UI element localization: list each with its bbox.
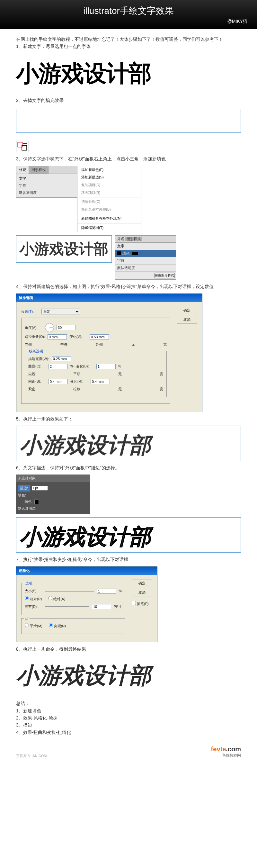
cancel-button[interactable]: 取消	[177, 316, 197, 323]
absolute-radio[interactable]: 绝对(A)	[48, 596, 65, 602]
summary-1: 1、新建填色	[16, 707, 241, 714]
setting-select[interactable]: 自定	[41, 309, 80, 314]
summary-4: 4、效果-扭曲和变换-粗糙化	[16, 729, 241, 736]
tab-graphic-styles[interactable]: 图形样式	[29, 166, 49, 174]
summary-3: 3、描边	[16, 721, 241, 728]
menu-remove[interactable]: 移去项目(R)	[77, 189, 141, 197]
roughen-dialog: 粗糙化 选项 大小(S): % 相对(R) 绝对(A)	[16, 566, 157, 642]
width-input[interactable]	[52, 356, 71, 361]
main-fieldset: 角度(A): 路径重叠(O): 变化(V): 内侧 中央 外侧	[21, 318, 170, 403]
step7-label: 7、执行"效果-扭曲和变换-粗糙化"命令，出现以下对话框	[16, 556, 241, 563]
lbl-center: 中央	[60, 342, 67, 347]
tab-styles-2[interactable]: 图形样式	[125, 237, 142, 241]
lbl-none3: 无	[118, 386, 122, 392]
lbl-none2: 无	[118, 371, 122, 377]
curve-var-input[interactable]	[96, 364, 116, 369]
dialog-title: 涂抹选项	[17, 294, 202, 302]
item-char[interactable]: 字符	[18, 182, 75, 189]
pf-fieldset: pf 平滑(M) 尖锐(N)	[21, 618, 125, 634]
angle-label: 角度(A):	[25, 325, 42, 331]
angle-dial-icon[interactable]	[45, 323, 54, 332]
summary-2: 2、效果-风格化-涂抹	[16, 714, 241, 721]
ok-button-2[interactable]: 确定	[132, 580, 152, 587]
options-legend: 选项	[24, 581, 34, 586]
menu-clear[interactable]: 清除外观(C)	[77, 198, 141, 206]
row-fill[interactable]: 填色:	[115, 250, 176, 257]
tab-appearance-2[interactable]: 外观	[117, 237, 124, 241]
lbl-inside: 内侧	[25, 342, 32, 347]
stroke-width-input[interactable]	[32, 486, 48, 491]
size-input[interactable]	[97, 589, 116, 594]
step4-label: 4、保持对新建填色的选择，如上图，执行"效果-风格化-涂抹"菜单命令，出现以下对…	[16, 283, 241, 290]
opacity-row[interactable]: 默认透明度	[18, 506, 88, 512]
brand-suffix: .com	[226, 745, 241, 752]
intro-text: 在网上找的手绘文字的教程，不过原帖地址忘记了！大体步骤如下了！数值可调整，同学们…	[16, 36, 241, 43]
angle-input[interactable]	[57, 325, 76, 330]
panel-menu-row: 外观 图形样式 文字 字符 默认透明度 添加新填色(F) 添加新描边(S) 复制…	[16, 166, 241, 232]
lbl-outside: 外侧	[96, 342, 103, 347]
lbl-none: 无	[131, 342, 135, 347]
page-title: illustrator手绘文字效果	[0, 5, 257, 17]
lbl-tight: 紧密	[28, 386, 35, 392]
appearance-panel: 外观 图形样式 文字 字符 默认透明度	[16, 166, 77, 198]
preview-checkbox[interactable]: 预览(P)	[132, 601, 152, 607]
corner-radio[interactable]: 尖锐(N)	[49, 623, 66, 629]
step6-label: 6、为文字描边，保持对"外观"面板中"描边"的选择。	[16, 464, 241, 471]
step2-label: 2、去掉文字的填充效果	[16, 97, 241, 104]
item-text[interactable]: 文字	[18, 175, 75, 182]
content-area: 在网上找的手绘文字的教程，不过原帖地址忘记了！大体步骤如下了！数值可调整，同学们…	[0, 29, 257, 742]
curve-input[interactable]	[49, 364, 68, 369]
detail-input[interactable]	[92, 604, 111, 609]
step5-label: 5、执行上一步的效果如下：	[16, 415, 241, 423]
width-label: 描边宽度(W):	[28, 356, 49, 362]
space-var-input[interactable]	[91, 379, 110, 384]
tab-appearance[interactable]: 外观	[17, 166, 29, 174]
sample-text-bold: 小游戏设计部	[16, 55, 241, 92]
swap-fill-stroke-icon	[16, 141, 29, 152]
lbl-sharp: 尖锐	[28, 371, 35, 377]
cancel-button-2[interactable]: 取消	[132, 589, 152, 596]
empty-selection-box	[16, 108, 241, 133]
row-opacity[interactable]: 默认透明度	[115, 265, 176, 272]
lbl-wide2: 宽	[160, 371, 163, 377]
flyout-menu: 添加新填色(F) 添加新描边(S) 复制项目(D) 移去项目(R) 清除外观(C…	[77, 166, 141, 232]
line-fieldset: 线条选项 描边宽度(W): 曲度(C): % 变化(B): %	[25, 351, 167, 397]
row-char[interactable]: 字符	[115, 257, 176, 265]
menu-new-basic[interactable]: 新建图稿具有基本外观(N)	[77, 215, 141, 222]
offset-input[interactable]	[47, 334, 67, 340]
menu-hide-thumb[interactable]: 隐藏缩览图(T)	[77, 224, 141, 232]
curve-var-label: 变化(B):	[76, 364, 94, 369]
offset-label: 路径重叠(O):	[25, 334, 45, 340]
step3-label: 3、保持文字选中状态下，在"外观"面板右上角上，点击小三角，添加新填色	[16, 155, 241, 162]
stroke-result: 小游戏设计部	[16, 517, 241, 553]
stroke-row[interactable]: 描边:	[18, 485, 30, 492]
smooth-radio[interactable]: 平滑(M)	[25, 623, 42, 629]
scribble-dialog: 涂抹选项 设置(T): 自定 角度(A): 路径重叠(O): 变化	[16, 293, 202, 412]
fill-row[interactable]: 填色:	[18, 493, 88, 498]
lbl-loose: 松散	[73, 386, 80, 392]
item-opacity[interactable]: 默认透明度	[18, 189, 75, 196]
color-label: 颜色:	[24, 499, 32, 505]
space-input[interactable]	[49, 379, 68, 384]
menu-add-stroke[interactable]: 添加新描边(S)	[77, 174, 141, 181]
relative-radio[interactable]: 相对(R)	[25, 596, 42, 602]
menu-add-fill[interactable]: 添加新填色(F)	[77, 166, 141, 174]
lbl-wide3: 宽	[160, 386, 163, 392]
summary-title: 总结：	[16, 700, 241, 707]
lbl-wide: 宽	[163, 342, 167, 347]
menu-duplicate[interactable]: 复制项目(D)	[77, 181, 141, 189]
page-footer: 三联原 3LIAN.COM fevte.com 飞特教程网	[0, 742, 257, 765]
brand-name: fevte	[211, 745, 226, 752]
replace-style-button[interactable]: 替换图形样式	[154, 273, 175, 278]
menu-reduce[interactable]: 简化至基本外观(B)	[77, 206, 141, 214]
summary-block: 总结： 1、新建填色 2、效果-风格化-涂抹 3、描边 4、效果-扭曲和变换-粗…	[16, 700, 241, 736]
options-fieldset: 选项 大小(S): % 相对(R) 绝对(A) 细节(D):	[21, 583, 125, 615]
page-header: illustrator手绘文字效果 @MIKY猫	[0, 0, 257, 29]
row-text[interactable]: 文字	[115, 243, 176, 250]
ok-button[interactable]: 确定	[177, 307, 197, 314]
setting-label: 设置(T):	[21, 309, 39, 315]
appearance-panel-2: 外观 图形样式 文字 填色: 字符 默认透明度 替换图形样式	[115, 235, 176, 280]
detail-label: 细节(D):	[25, 604, 42, 610]
offset-var-input[interactable]	[90, 334, 109, 340]
scribble-result: 小游戏设计部	[16, 426, 241, 461]
